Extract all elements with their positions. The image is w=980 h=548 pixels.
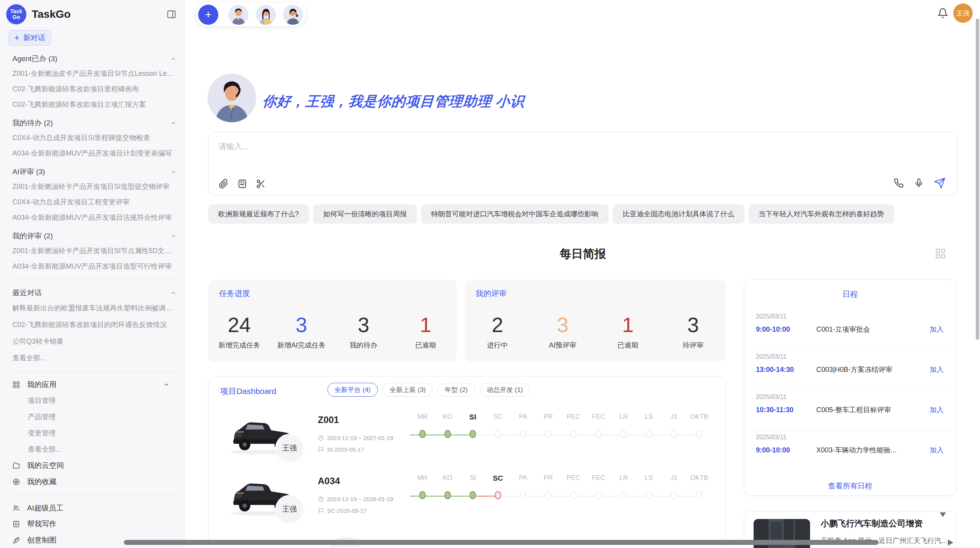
milestone-label-current: SC — [485, 474, 511, 483]
suggestion-chip[interactable]: 比亚迪全固态电池计划具体说了什么 — [613, 204, 744, 224]
milestone-dot — [570, 430, 577, 438]
scroll-down-arrow-icon[interactable] — [940, 512, 946, 517]
milestone-timeline: MR KO SI SC PA PR PEC FEC LR LS J1 OKTB — [410, 413, 712, 440]
app-item-product-mgmt[interactable]: 产品管理 — [12, 409, 176, 425]
list-item[interactable]: Z001-全新燃油皮卡产品开发项目SI节点Lesson Learn报告 — [12, 66, 176, 81]
section-recent-chats[interactable]: 最近对话 — [12, 286, 176, 300]
schedule-time: 9:00-10:00 — [756, 446, 816, 454]
avatar[interactable] — [256, 5, 276, 25]
collapse-sidebar-icon[interactable] — [166, 9, 176, 19]
sidebar-item-my-apps[interactable]: 我的应用 — [12, 377, 176, 392]
user-avatar[interactable]: 王强 — [953, 3, 973, 23]
schedule-date: 2025/03/11 — [756, 353, 944, 360]
star-circle-icon — [12, 478, 20, 486]
recent-chat-item[interactable]: C02-飞腾新能源轻客改款项目的闭环通告反馈情况 — [12, 317, 176, 333]
schedule-time: 10:30-11:30 — [756, 406, 816, 414]
list-item[interactable]: C02-飞腾新能源轻客改款项目里程碑画布 — [12, 81, 176, 97]
join-link[interactable]: 加入 — [930, 445, 944, 455]
section-agent-done[interactable]: Agent已办 (3) — [12, 52, 176, 66]
milestone-dot — [696, 491, 702, 499]
view-all-schedule-link[interactable]: 查看所有日程 — [744, 481, 956, 491]
session-switcher: + — [195, 2, 307, 27]
message-input[interactable] — [219, 139, 838, 153]
section-my-todo[interactable]: 我的待办 (2) — [12, 116, 176, 130]
notification-bell-icon[interactable] — [937, 8, 949, 19]
sidebar-item-ai-staff[interactable]: AI超级员工 — [12, 500, 176, 516]
schedule-time: 13:00-14:30 — [756, 366, 816, 374]
sidebar-item-write-helper[interactable]: 帮我写作 — [12, 516, 176, 532]
stat-value: 1 — [622, 314, 634, 335]
send-icon[interactable] — [934, 177, 946, 189]
schedule-item: 2025/03/11 13:00-14:30 C003|H0B-方案冻结评审 加… — [744, 350, 956, 390]
image-icon[interactable] — [237, 179, 247, 189]
avatar[interactable] — [283, 5, 303, 25]
milestone-dot — [646, 430, 652, 438]
tab-powertrain[interactable]: 动总开发 (1) — [480, 383, 530, 397]
vertical-scrollbar[interactable] — [976, 19, 979, 340]
milestone-dot — [520, 430, 526, 438]
microphone-icon[interactable] — [914, 178, 924, 188]
join-link[interactable]: 加入 — [930, 365, 944, 374]
chevron-up-icon[interactable] — [170, 169, 176, 175]
divider — [12, 495, 176, 496]
section-ai-review[interactable]: AI评审 (3) — [12, 165, 176, 179]
view-all-apps-link[interactable]: 查看全部... — [12, 441, 176, 457]
recent-chat-item[interactable]: 解释最新出台的欧盟报废车法规再生塑料比例被调至15%... — [12, 300, 176, 317]
chevron-up-icon[interactable] — [170, 233, 176, 239]
horizontal-scrollbar[interactable] — [124, 540, 879, 545]
scissors-icon[interactable] — [256, 179, 266, 189]
suggestion-chip[interactable]: 如何写一份清晰的项目周报 — [313, 204, 417, 224]
add-session-button[interactable]: + — [198, 5, 218, 25]
milestone-label: KO — [435, 474, 460, 483]
new-chat-label: 新对话 — [23, 33, 45, 43]
suggestion-chip[interactable]: 当下年轻人对汽车外观有怎样的喜好趋势 — [749, 204, 894, 224]
list-item[interactable]: A034-全新新能源MUV产品开发项目造型可行性评审 — [12, 259, 176, 274]
sidebar-item-favorites[interactable]: 我的收藏 — [12, 474, 176, 490]
milestone-label: J1 — [661, 474, 687, 483]
app-item-project-mgmt[interactable]: 项目管理 — [12, 392, 176, 409]
app-item-change-mgmt[interactable]: 变更管理 — [12, 425, 176, 441]
suggestion-chip[interactable]: 特朗普可能对进口汽车增税会对中国车企造成哪些影响 — [421, 204, 608, 224]
stat-in-progress: 2 进行中 — [465, 302, 530, 362]
list-item[interactable]: C0X4-动力总成开发项目SI里程碑提交物检查 — [12, 130, 176, 146]
stat-value: 1 — [420, 314, 432, 335]
recent-chat-item[interactable]: 公司Q3轻卡销量 — [12, 333, 176, 350]
sidebar-item-cloud-space[interactable]: 我的云空间 — [12, 457, 176, 474]
avatar[interactable] — [228, 5, 248, 25]
tab-new-body[interactable]: 全新上装 (3) — [383, 383, 433, 397]
suggestion-chip[interactable]: 欧洲新规最近颁布了什么? — [208, 204, 309, 224]
project-row-a034[interactable]: 王强 A034 2023-12-19 ~ 2026-01-19 SC-2025-… — [209, 465, 725, 531]
new-chat-button[interactable]: + 新对话 — [9, 30, 51, 46]
sidebar-item-label: 帮我写作 — [27, 519, 176, 529]
chevron-up-icon[interactable] — [163, 382, 170, 388]
list-item[interactable]: Z001-全新燃油轻卡产品开发项目SI节点属性5D文件评审 — [12, 243, 176, 259]
chevron-up-icon[interactable] — [170, 120, 176, 126]
section-title: 我的评审 (2) — [12, 231, 53, 241]
list-item[interactable]: A034-全新新能源MUV产品开发项目法规符合性评审 — [12, 210, 176, 225]
list-item[interactable]: A034-全新新能源MUV产品开发项目计划变更表编写 — [12, 146, 176, 161]
list-item[interactable]: C0X4-动力总成开发项目工程变更评审 — [12, 194, 176, 210]
milestone-label: J1 — [661, 413, 687, 421]
chevron-up-icon[interactable] — [170, 290, 176, 296]
milestone-dot — [570, 491, 577, 499]
milestone-dot-done — [419, 430, 426, 438]
join-link[interactable]: 加入 — [930, 405, 944, 414]
quill-icon — [12, 536, 20, 544]
list-item[interactable]: C02-飞腾新能源轻客改款项目立项汇报方案 — [12, 97, 176, 112]
list-item[interactable]: Z001-全新燃油轻卡产品开发项目SI造型提交物评审 — [12, 179, 176, 194]
milestone-label: MR — [410, 474, 435, 483]
tab-model-year[interactable]: 年型 (2) — [438, 383, 475, 397]
schedule-event-title: C005-整车工程目标评审 — [816, 405, 930, 414]
milestone-label: MR — [410, 413, 435, 421]
layout-grid-icon[interactable] — [935, 248, 946, 259]
chevron-up-icon[interactable] — [170, 56, 176, 62]
phone-icon[interactable] — [894, 178, 904, 188]
tab-new-platform[interactable]: 全新平台 (4) — [327, 383, 378, 397]
section-my-review[interactable]: 我的评审 (2) — [12, 229, 176, 243]
clock-icon — [318, 435, 324, 441]
join-link[interactable]: 加入 — [930, 325, 944, 334]
attachment-icon[interactable] — [219, 179, 229, 189]
view-all-chats-link[interactable]: 查看全部... — [12, 350, 176, 366]
project-row-z001[interactable]: 王强 Z001 2023-12-19 ~ 2027-01-19 SI-2025-… — [209, 404, 725, 469]
scroll-right-arrow-icon[interactable] — [948, 539, 953, 546]
